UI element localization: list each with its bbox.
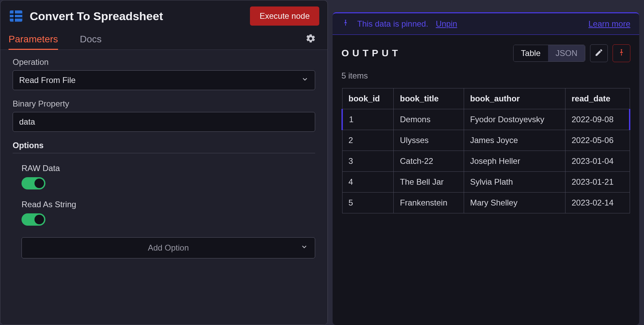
chevron-down-icon [301,75,309,85]
table-row[interactable]: 1DemonsFyodor Dostoyevsky2022-09-08 [342,109,630,130]
pin-icon [617,48,626,58]
table-cell: 2022-05-06 [565,130,630,151]
option-raw-data: RAW Data [13,161,315,198]
table-cell: Mary Shelley [464,193,565,213]
table-cell: 2023-01-04 [565,151,630,172]
table-header-cell: book_author [464,88,565,109]
pin-output-button[interactable] [613,44,630,62]
output-title: OUTPUT [341,48,401,59]
binary-property-input-wrap [13,112,315,132]
table-cell: 3 [342,151,394,172]
table-cell: 2 [342,130,394,151]
binary-property-label: Binary Property [13,99,315,109]
table-cell: 2023-02-14 [565,193,630,213]
gear-icon [306,39,316,45]
edit-output-button[interactable] [590,44,608,62]
panel-header: Convert To Spreadsheet Execute node [0,0,327,29]
view-json-tab[interactable]: JSON [548,45,585,61]
toggle-knob [34,215,44,224]
pin-icon [341,19,350,29]
pinned-message: This data is pinned. [357,19,428,29]
table-cell: 2022-09-08 [565,109,630,130]
execute-node-button[interactable]: Execute node [250,6,319,26]
operation-value: Read From File [19,75,75,85]
table-cell: 5 [342,193,394,213]
table-cell: Joseph Heller [464,151,565,172]
table-cell: Fyodor Dostoyevsky [464,109,565,130]
table-header-cell: read_date [565,88,630,109]
table-header-row: book_idbook_titlebook_authorread_date [342,88,630,109]
settings-button[interactable] [302,30,319,48]
operation-select[interactable]: Read From File [13,70,315,90]
tabs-row: Parameters Docs [0,29,327,50]
table-cell: James Joyce [464,130,565,151]
view-table-tab[interactable]: Table [514,45,548,61]
output-area: OUTPUT Table JSON 5 items [333,35,639,325]
chevron-down-icon [300,243,308,253]
table-cell: 1 [342,109,394,130]
raw-data-label: RAW Data [22,164,315,173]
table-row[interactable]: 5FrankensteinMary Shelley2023-02-14 [342,193,630,213]
node-title: Convert To Spreadsheet [30,10,163,23]
add-option-label: Add Option [148,243,189,253]
pinned-bar: This data is pinned. Unpin Learn more [333,12,639,35]
option-read-as-string: Read As String [13,198,315,234]
view-toggle: Table JSON [513,45,585,62]
tab-docs[interactable]: Docs [80,29,112,50]
table-cell: Frankenstein [394,193,464,213]
read-as-string-label: Read As String [22,200,315,209]
options-heading: Options [13,141,315,153]
table-header-cell: book_id [342,88,394,109]
raw-data-toggle[interactable] [22,177,45,189]
tab-parameters[interactable]: Parameters [9,29,68,50]
table-row[interactable]: 4The Bell JarSylvia Plath2023-01-21 [342,172,630,193]
node-config-panel: Convert To Spreadsheet Execute node Para… [0,0,328,325]
unpin-link[interactable]: Unpin [436,19,457,29]
table-cell: 4 [342,172,394,193]
table-cell: 2023-01-21 [565,172,630,193]
table-cell: Demons [394,109,464,130]
output-header: OUTPUT Table JSON [341,44,630,62]
binary-property-input[interactable] [19,117,309,127]
title-wrap: Convert To Spreadsheet [9,9,163,24]
table-header-cell: book_title [394,88,464,109]
toggle-knob [34,179,44,188]
table-body: 1DemonsFyodor Dostoyevsky2022-09-082Ulys… [342,109,630,213]
table-row[interactable]: 2UlyssesJames Joyce2022-05-06 [342,130,630,151]
output-panel: This data is pinned. Unpin Learn more OU… [328,0,644,325]
pencil-icon [594,48,603,58]
add-option-button[interactable]: Add Option [22,237,315,258]
table-cell: Catch-22 [394,151,464,172]
app-root: Convert To Spreadsheet Execute node Para… [0,0,644,325]
svg-rect-0 [10,11,23,22]
table-cell: The Bell Jar [394,172,464,193]
operation-label: Operation [13,57,315,67]
output-table: book_idbook_titlebook_authorread_date 1D… [341,88,630,213]
table-cell: Sylvia Plath [464,172,565,193]
spreadsheet-icon [9,9,24,24]
items-count: 5 items [341,71,630,81]
learn-more-link[interactable]: Learn more [588,19,630,29]
table-cell: Ulysses [394,130,464,151]
table-row[interactable]: 3Catch-22Joseph Heller2023-01-04 [342,151,630,172]
parameters-body: Operation Read From File Binary Property… [0,50,327,325]
read-as-string-toggle[interactable] [22,213,45,226]
